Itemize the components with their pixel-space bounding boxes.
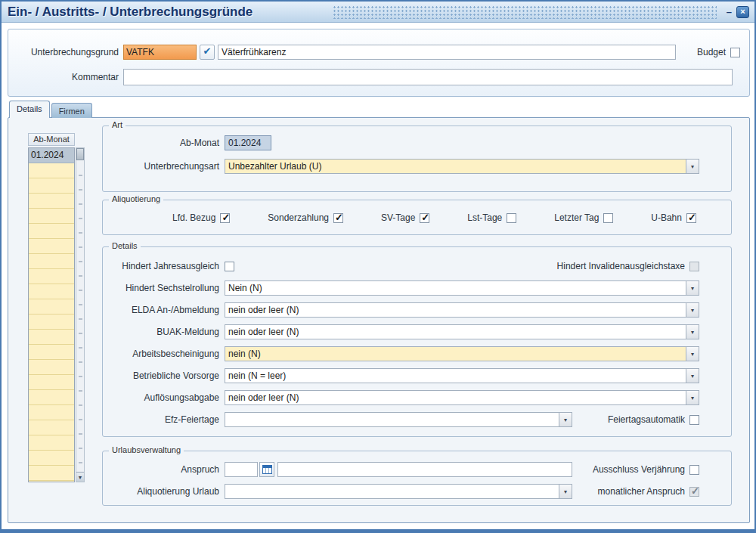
scrollbar-track[interactable] <box>79 162 82 470</box>
aliquotierung-urlaub-row: Aliquotierung Urlaub ▾ monatlicher Anspr… <box>106 484 699 499</box>
betriebliche-vorsorge-value: nein (N = leer) <box>225 370 686 381</box>
arbeitsbescheinigung-combo[interactable]: nein (N) ▾ <box>225 346 699 361</box>
lst-tage-checkbox[interactable] <box>507 213 516 223</box>
calendar-button[interactable] <box>259 462 274 477</box>
list-item[interactable] <box>29 360 74 375</box>
ab-monat-value-field: 01.2024 <box>225 135 271 150</box>
list-item[interactable] <box>29 375 74 390</box>
sonderzahlung-checkbox[interactable] <box>333 213 343 223</box>
unterbrechungsart-value: Unbezahlter Urlaub (U) <box>225 161 686 172</box>
list-item[interactable] <box>29 420 74 435</box>
budget-checkbox[interactable] <box>730 48 740 57</box>
list-item[interactable] <box>29 299 74 315</box>
anspruch-label: Anspruch <box>106 464 219 475</box>
list-item[interactable] <box>29 330 74 345</box>
anspruch-input[interactable] <box>225 462 258 477</box>
dropdown-arrow-icon[interactable]: ▾ <box>686 369 699 383</box>
dropdown-arrow-icon[interactable]: ▾ <box>686 325 699 339</box>
arbeitsbescheinigung-row: Arbeitsbescheinigung nein (N) ▾ <box>106 346 699 361</box>
kommentar-input[interactable] <box>123 69 733 85</box>
efz-feiertage-combo[interactable]: ▾ <box>225 412 572 427</box>
list-item[interactable] <box>29 315 74 330</box>
tab-details[interactable]: Details <box>9 101 50 118</box>
tab-firmen[interactable]: Firmen <box>51 103 92 118</box>
elda-row: ELDA An-/Abmeldung nein oder leer (N) ▾ <box>106 302 699 318</box>
letzter-tag-item: Letzter Tag <box>554 212 613 223</box>
list-item[interactable] <box>29 163 74 178</box>
list-item[interactable]: 01.2024 <box>29 148 74 163</box>
lfd-bezug-checkbox[interactable] <box>220 213 230 223</box>
dropdown-arrow-icon[interactable]: ▾ <box>686 303 699 317</box>
sechstelrollung-combo[interactable]: Nein (N) ▾ <box>225 280 699 296</box>
ab-monat-list[interactable]: 01.2024 <box>28 147 75 482</box>
list-item[interactable] <box>29 390 74 405</box>
list-item[interactable] <box>29 224 74 239</box>
calendar-icon <box>262 465 272 474</box>
ausschluss-verjaehrung-checkbox[interactable] <box>689 465 699 475</box>
dropdown-arrow-icon[interactable]: ▾ <box>686 347 699 361</box>
unterbrechungsart-combo[interactable]: Unbezahlter Urlaub (U) ▾ <box>225 159 699 174</box>
list-item[interactable] <box>29 451 74 466</box>
dropdown-arrow-icon[interactable]: ▾ <box>559 485 572 498</box>
list-item[interactable] <box>29 239 74 254</box>
feiertagsautomatik-label: Feiertagsautomatik <box>608 414 685 425</box>
letzter-tag-checkbox[interactable] <box>603 213 613 223</box>
aufloesungsabgabe-combo[interactable]: nein oder leer (N) ▾ <box>225 390 699 405</box>
aliquotierung-urlaub-combo[interactable]: ▾ <box>225 484 572 499</box>
scrollbar-thumb[interactable] <box>76 148 84 160</box>
close-button[interactable]: × <box>736 6 749 18</box>
list-item[interactable] <box>29 345 74 360</box>
dropdown-arrow-icon[interactable]: ▾ <box>686 160 699 173</box>
sechstelrollung-row: Hindert Sechstelrollung Nein (N) ▾ <box>106 280 699 296</box>
title-bar: Ein- / Austritts- / Unterbrechungsgründe… <box>2 2 754 23</box>
buak-combo[interactable]: nein oder leer (N) ▾ <box>225 324 699 339</box>
feiertagsautomatik-checkbox[interactable] <box>689 415 699 425</box>
elda-value: nein oder leer (N) <box>225 305 686 315</box>
list-item[interactable] <box>29 466 74 481</box>
list-item[interactable] <box>29 254 74 269</box>
dropdown-arrow-icon[interactable]: ▾ <box>686 391 699 404</box>
monatlicher-anspruch-item: monatlicher Anspruch <box>598 486 699 497</box>
arbeitsbescheinigung-label: Arbeitsbescheinigung <box>106 349 219 359</box>
dropdown-arrow-icon[interactable]: ▾ <box>686 281 699 295</box>
invalidenausgleichstaxe-item: Hindert Invalidenausgleichstaxe <box>557 261 699 271</box>
unterbrechungsgrund-code-input[interactable] <box>123 45 197 60</box>
hindert-jahresausgleich-label: Hindert Jahresausgleich <box>106 261 219 271</box>
lst-tage-item: Lst-Tage <box>467 212 516 223</box>
unterbrechungsgrund-name-input[interactable] <box>218 45 676 60</box>
list-item[interactable] <box>29 435 74 451</box>
budget-label: Budget <box>697 47 726 57</box>
dropdown-arrow-icon[interactable]: ▾ <box>559 413 572 426</box>
list-item[interactable] <box>29 269 74 284</box>
u-bahn-checkbox[interactable] <box>686 213 696 223</box>
list-item[interactable] <box>29 209 74 224</box>
scroll-down-button[interactable]: ▼ <box>76 472 84 482</box>
list-item[interactable] <box>29 194 74 209</box>
hindert-jahresausgleich-checkbox[interactable] <box>225 262 234 271</box>
ab-monat-list-body: 01.2024 ▼ <box>28 147 88 482</box>
list-item[interactable] <box>29 405 74 420</box>
elda-label: ELDA An-/Abmeldung <box>106 305 219 315</box>
group-urlaubsverwaltung-title: Urlaubsverwaltung <box>109 445 184 454</box>
aliquotierung-checkbox-row: Lfd. Bezug Sonderzahlung SV-Tage Lst-Tag… <box>172 212 696 223</box>
lookup-check-button[interactable]: ✔ <box>200 45 215 60</box>
aufloesungsabgabe-label: Auflösungsabgabe <box>106 392 219 403</box>
elda-combo[interactable]: nein oder leer (N) ▾ <box>225 302 699 318</box>
unterbrechungsgrund-label: Unterbrechungsgrund <box>16 47 119 57</box>
group-aliquotierung-title: Aliquotierung <box>109 194 163 203</box>
unterbrechungsart-label: Unterbrechungsart <box>106 161 219 172</box>
betriebliche-vorsorge-combo[interactable]: nein (N = leer) ▾ <box>225 368 699 383</box>
group-details: Details Hindert Jahresausgleich Hindert … <box>102 246 732 437</box>
minimize-icon[interactable]: – <box>727 7 732 17</box>
group-aliquotierung: Aliquotierung Lfd. Bezug Sonderzahlung S… <box>102 200 732 235</box>
ausschluss-verjaehrung-label: Ausschluss Verjährung <box>593 464 685 475</box>
anspruch-text-input[interactable] <box>277 462 572 477</box>
list-scrollbar[interactable]: ▼ <box>76 147 85 482</box>
list-item[interactable] <box>29 284 74 299</box>
monatlicher-anspruch-label: monatlicher Anspruch <box>598 486 685 497</box>
ausschluss-verjaehrung-item: Ausschluss Verjährung <box>593 464 699 475</box>
sv-tage-checkbox[interactable] <box>420 213 429 223</box>
list-item[interactable] <box>29 178 74 194</box>
hindert-checkbox-row: Hindert Jahresausgleich Hindert Invalide… <box>106 259 699 274</box>
group-urlaubsverwaltung: Urlaubsverwaltung Anspruch Ausschluss Ve… <box>102 451 732 506</box>
